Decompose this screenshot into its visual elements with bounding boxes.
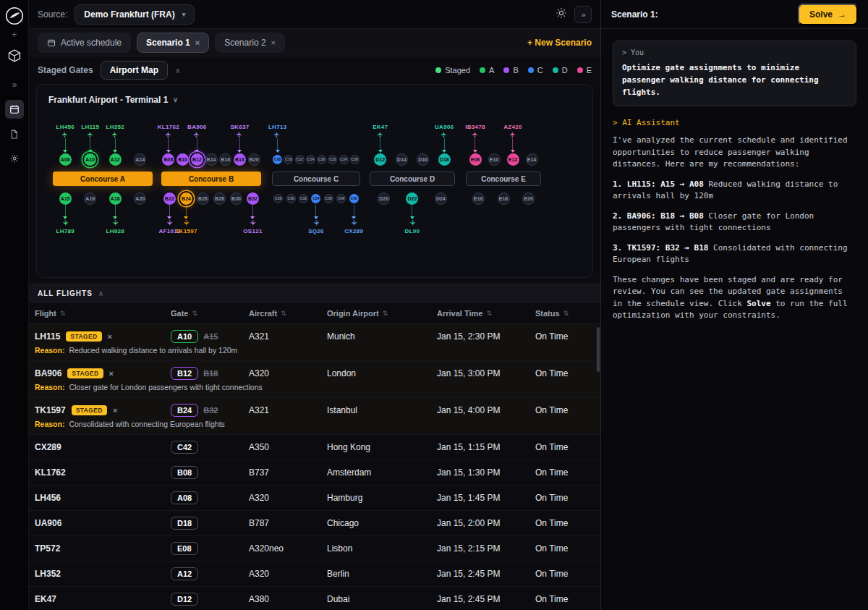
gate-E14[interactable]: E14 xyxy=(526,153,538,166)
flight-row-TK1597[interactable]: TK1597STAGED×B24B32A321IstanbulJan 15, 4… xyxy=(29,398,600,435)
concourse-box-D[interactable]: Concourse D xyxy=(370,171,455,186)
gate-B32[interactable]: B32 xyxy=(247,192,259,205)
collapse-flights-icon[interactable]: ∧ xyxy=(98,289,103,297)
gate-E18[interactable]: E18 xyxy=(498,192,510,205)
concourse-box-E[interactable]: Concourse E xyxy=(466,171,541,186)
gate-B24[interactable]: B24 xyxy=(180,192,192,205)
unstage-button[interactable]: × xyxy=(108,332,112,341)
sidebar-item-documents[interactable] xyxy=(5,124,24,143)
tab-active-schedule[interactable]: Active schedule xyxy=(38,33,131,53)
collapse-map-icon[interactable]: ∧ xyxy=(175,67,180,75)
col-header-flight[interactable]: Flight⇅ xyxy=(35,309,171,318)
col-header-origin-airport[interactable]: Origin Airport⇅ xyxy=(327,309,437,318)
gate-C30[interactable]: C30 xyxy=(286,194,296,203)
gate-C40[interactable]: C40 xyxy=(336,194,346,203)
sort-icon[interactable]: ⇅ xyxy=(60,310,66,317)
sort-icon[interactable]: ⇅ xyxy=(281,310,286,317)
sidebar-item-schedule[interactable] xyxy=(5,100,24,119)
flight-row-LH456[interactable]: LH456A08A320HamburgJan 15, 1:45 PMOn Tim… xyxy=(29,486,600,511)
new-scenario-button[interactable]: + New Scenario xyxy=(527,38,592,48)
gate-C24[interactable]: C24 xyxy=(339,155,349,164)
airport-map-view-button[interactable]: Airport Map xyxy=(101,61,168,80)
gate-D16[interactable]: D16 xyxy=(417,153,429,166)
collapse-panel-button[interactable]: » xyxy=(574,6,592,23)
flights-section-header[interactable]: ALL FLIGHTS ∧ xyxy=(29,284,600,302)
gate-D12[interactable]: D12 xyxy=(374,153,386,166)
flight-row-LH115[interactable]: LH115STAGED×A10A15A321MunichJan 15, 2:30… xyxy=(29,324,600,361)
gate-E20[interactable]: E20 xyxy=(522,192,535,205)
expand-sidebar-icon[interactable]: » xyxy=(12,80,17,90)
gate-D24[interactable]: D24 xyxy=(435,192,447,205)
cube-logo-icon[interactable] xyxy=(7,48,22,65)
solve-button[interactable]: Solve → xyxy=(798,4,858,25)
gate-A15[interactable]: A15 xyxy=(59,192,72,205)
gate-B12[interactable]: B12 xyxy=(191,153,203,166)
unstage-button[interactable]: × xyxy=(113,406,117,415)
flight-row-UA906[interactable]: UA906D18B787ChicagoJan 15, 2:00 PMOn Tim… xyxy=(29,511,600,536)
col-header-aircraft[interactable]: Aircraft⇅ xyxy=(249,309,327,318)
plus-icon[interactable]: + xyxy=(12,29,17,40)
gate-B22[interactable]: B22 xyxy=(163,192,176,205)
flight-row-BA906[interactable]: BA906STAGED×B12B18A320LondonJan 15, 3:00… xyxy=(29,361,600,398)
gate-D22[interactable]: D22 xyxy=(406,192,418,205)
sort-icon[interactable]: ⇅ xyxy=(383,310,388,317)
gate-C26[interactable]: C26 xyxy=(350,155,359,164)
gate-A16[interactable]: A16 xyxy=(84,192,96,205)
gate-C22[interactable]: C22 xyxy=(328,155,337,164)
gate-B08[interactable]: B08 xyxy=(162,153,174,166)
gate-B26[interactable]: B26 xyxy=(197,192,209,205)
flight-row-TP572[interactable]: TP572E08A320neoLisbonJan 15, 2:15 PMOn T… xyxy=(29,536,600,562)
terminal-title[interactable]: Frankfurt Airport - Terminal 1 ∨ xyxy=(48,95,581,105)
gate-B28[interactable]: B28 xyxy=(213,192,226,205)
concourse-box-B[interactable]: Concourse B xyxy=(161,171,261,186)
gate-B20[interactable]: B20 xyxy=(248,153,260,166)
gate-C32[interactable]: C32 xyxy=(299,194,308,203)
gate-B18[interactable]: B18 xyxy=(234,153,246,166)
gate-C10[interactable]: C10 xyxy=(284,155,293,164)
gate-A10[interactable]: A10 xyxy=(84,153,96,166)
gate-C28[interactable]: C28 xyxy=(273,194,283,203)
flight-row-CX289[interactable]: CX289C42A350Hong KongJan 15, 1:15 PMOn T… xyxy=(29,435,600,460)
gate-A14[interactable]: A14 xyxy=(134,153,146,166)
gate-A18[interactable]: A18 xyxy=(109,192,122,205)
source-select[interactable]: Demo Frankfurt (FRA) ▾ xyxy=(75,4,195,25)
col-header-gate[interactable]: Gate⇅ xyxy=(171,309,249,318)
gate-E12[interactable]: E12 xyxy=(507,153,519,166)
flight-row-EK47[interactable]: EK47D12A380DubaiJan 15, 2:45 PMOn Time xyxy=(29,587,600,610)
concourse-box-A[interactable]: Concourse A xyxy=(53,171,153,186)
close-icon[interactable]: × xyxy=(271,38,276,47)
sort-icon[interactable]: ⇅ xyxy=(486,310,492,317)
gate-A12[interactable]: A12 xyxy=(109,153,122,166)
tab-scenario-1[interactable]: Scenario 1 × xyxy=(137,33,209,53)
gate-C34[interactable]: C34 xyxy=(311,194,320,203)
gate-A20[interactable]: A20 xyxy=(134,192,146,205)
table-scrollbar[interactable] xyxy=(597,327,600,372)
gate-C20[interactable]: C20 xyxy=(317,155,326,164)
gate-C14[interactable]: C14 xyxy=(306,155,315,164)
gate-B14[interactable]: B14 xyxy=(205,153,218,166)
gate-C12[interactable]: C12 xyxy=(295,155,305,164)
gate-E10[interactable]: E10 xyxy=(488,153,501,166)
flight-row-KL1762[interactable]: KL1762B08B737AmsterdamJan 15, 1:30 PMOn … xyxy=(29,460,600,486)
gate-D18[interactable]: D18 xyxy=(438,153,451,166)
unstage-button[interactable]: × xyxy=(109,369,114,378)
col-header-status[interactable]: Status⇅ xyxy=(535,309,600,318)
gate-C36[interactable]: C36 xyxy=(324,194,333,203)
gate-C42[interactable]: C42 xyxy=(349,194,359,203)
close-icon[interactable]: × xyxy=(195,38,200,47)
gate-D20[interactable]: D20 xyxy=(378,192,390,205)
gate-C08[interactable]: C08 xyxy=(273,155,282,164)
gate-B16[interactable]: B16 xyxy=(219,153,231,166)
sort-icon[interactable]: ⇅ xyxy=(563,310,569,317)
airline-logo-icon[interactable] xyxy=(4,6,25,26)
sort-icon[interactable]: ⇅ xyxy=(192,310,197,317)
gate-A08[interactable]: A08 xyxy=(59,153,72,166)
gate-E16[interactable]: E16 xyxy=(472,192,485,205)
theme-toggle-button[interactable] xyxy=(556,7,567,21)
gate-B10[interactable]: B10 xyxy=(176,153,189,166)
col-header-arrival-time[interactable]: Arrival Time⇅ xyxy=(437,309,535,318)
gate-E08[interactable]: E08 xyxy=(469,153,482,166)
gate-B30[interactable]: B30 xyxy=(230,192,242,205)
concourse-box-C[interactable]: Concourse C xyxy=(272,171,360,186)
gate-D14[interactable]: D14 xyxy=(396,153,408,166)
